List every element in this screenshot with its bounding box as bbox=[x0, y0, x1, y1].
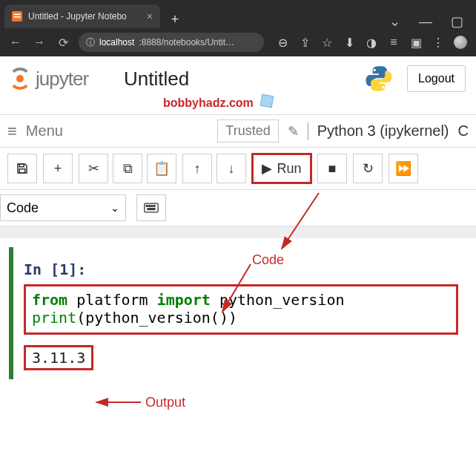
extensions-icon[interactable]: ≡ bbox=[387, 36, 400, 49]
jupyter-logo-icon bbox=[9, 68, 31, 90]
minimize-icon[interactable]: — bbox=[415, 15, 436, 28]
avatar[interactable] bbox=[454, 36, 467, 49]
tab-title: Untitled - Jupyter Notebo bbox=[28, 11, 141, 22]
dropdown-icon[interactable]: ⌄ bbox=[384, 15, 405, 28]
download-icon[interactable]: ⬇ bbox=[343, 36, 356, 49]
run-label: Run bbox=[277, 161, 301, 177]
svg-rect-10 bbox=[151, 206, 153, 207]
back-icon[interactable]: ← bbox=[7, 34, 24, 50]
kernel-name[interactable]: Python 3 (ipykernel) bbox=[317, 122, 449, 140]
panel-icon[interactable]: ▣ bbox=[409, 36, 423, 49]
menu-label[interactable]: Menu bbox=[26, 122, 63, 140]
svg-rect-9 bbox=[149, 206, 151, 207]
svg-rect-1 bbox=[14, 14, 21, 16]
info-icon: ⓘ bbox=[86, 36, 95, 49]
command-palette-button[interactable] bbox=[136, 194, 166, 221]
reload-icon[interactable]: ⟳ bbox=[55, 34, 71, 50]
restart-run-all-button[interactable]: ⏩ bbox=[389, 154, 418, 183]
jupyter-wordmark: jupyter bbox=[36, 68, 88, 91]
hamburger-icon[interactable]: ≡ bbox=[7, 122, 17, 141]
chevron-down-icon: ⌄ bbox=[110, 202, 119, 214]
cell-type-select[interactable]: Code ⌄ bbox=[0, 194, 126, 221]
menu-dots-icon[interactable]: ⋮ bbox=[432, 36, 445, 49]
jupyter-logo[interactable]: jupyter bbox=[9, 68, 88, 91]
cut-button[interactable]: ✂ bbox=[79, 154, 108, 183]
cell-output: 3.11.3 bbox=[24, 345, 93, 370]
close-tab-icon[interactable]: × bbox=[147, 10, 153, 22]
code-input-area[interactable]: from platform import python_version prin… bbox=[24, 284, 458, 335]
save-button[interactable] bbox=[7, 154, 37, 183]
code-line: from platform import python_version bbox=[32, 291, 450, 309]
restart-button[interactable]: ↻ bbox=[353, 154, 383, 183]
play-icon: ▶ bbox=[262, 160, 272, 177]
address-bar[interactable]: ⓘ localhost :8888/notebooks/Untit… bbox=[79, 33, 264, 52]
browser-tab[interactable]: Untitled - Jupyter Notebo × bbox=[4, 4, 160, 28]
svg-rect-6 bbox=[19, 169, 25, 173]
cube-icon bbox=[260, 94, 274, 108]
code-cell[interactable]: In [1]: from platform import python_vers… bbox=[9, 247, 467, 379]
star-icon[interactable]: ☆ bbox=[320, 36, 334, 49]
svg-rect-12 bbox=[148, 209, 155, 210]
move-up-button[interactable]: ↑ bbox=[182, 154, 212, 183]
svg-rect-8 bbox=[146, 206, 148, 207]
code-line: print(python_version()) bbox=[32, 309, 450, 327]
cell-type-value: Code bbox=[7, 200, 39, 216]
notebook-title[interactable]: Untitled bbox=[124, 68, 189, 91]
svg-rect-7 bbox=[145, 203, 158, 212]
divider bbox=[308, 122, 308, 140]
forward-icon[interactable]: → bbox=[31, 34, 47, 50]
svg-rect-2 bbox=[14, 16, 21, 18]
url-rest: :8888/notebooks/Untit… bbox=[139, 37, 234, 47]
annotation-output-label: Output bbox=[145, 395, 185, 410]
svg-rect-11 bbox=[153, 206, 155, 207]
paint-icon[interactable]: ◑ bbox=[365, 36, 378, 49]
url-host: localhost bbox=[99, 37, 134, 47]
maximize-icon[interactable]: ▢ bbox=[446, 15, 467, 28]
share-icon[interactable]: ⇪ bbox=[298, 36, 311, 49]
new-tab-button[interactable]: + bbox=[166, 10, 184, 28]
svg-point-4 bbox=[382, 86, 384, 88]
edit-icon[interactable]: ✎ bbox=[288, 123, 299, 140]
logout-button[interactable]: Logout bbox=[407, 65, 466, 92]
interrupt-button[interactable]: ■ bbox=[317, 154, 347, 183]
add-cell-button[interactable]: + bbox=[43, 154, 73, 183]
zoom-icon[interactable]: ⊖ bbox=[276, 36, 289, 49]
paste-button[interactable]: 📋 bbox=[147, 154, 176, 183]
trusted-indicator[interactable]: Trusted bbox=[217, 119, 278, 142]
jupyter-favicon bbox=[12, 11, 22, 22]
subtitle: bobbyhadz.com bbox=[163, 96, 254, 109]
python-logo-icon bbox=[364, 64, 394, 94]
run-button[interactable]: ▶ Run bbox=[252, 154, 311, 183]
kernel-status-icon: C bbox=[458, 122, 469, 140]
move-down-button[interactable]: ↓ bbox=[216, 154, 246, 183]
copy-button[interactable]: ⧉ bbox=[113, 154, 142, 183]
svg-point-3 bbox=[374, 69, 376, 71]
svg-rect-5 bbox=[19, 164, 24, 167]
input-prompt: In [1]: bbox=[24, 260, 458, 278]
